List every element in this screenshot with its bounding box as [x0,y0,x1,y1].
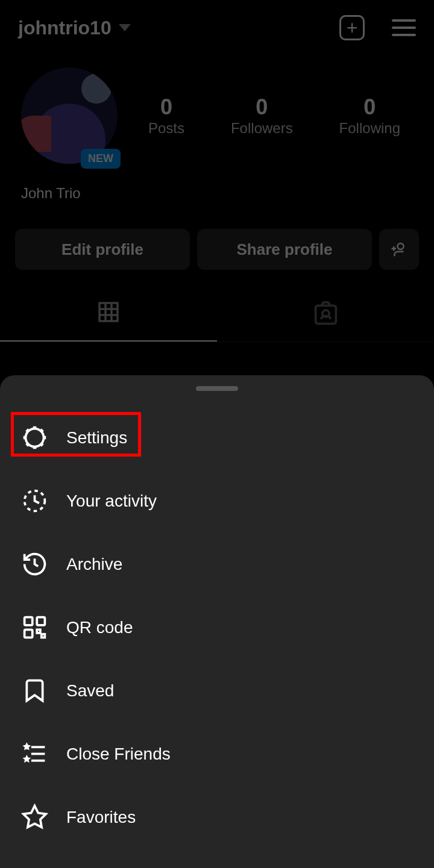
svg-rect-17 [42,634,45,638]
profile-background: johntrio10 + NEW 0 Po [0,0,434,342]
posts-count: 0 [148,95,184,120]
archive-icon [21,551,48,578]
menu-item-activity[interactable]: Your activity [0,469,434,532]
following-count: 0 [339,95,400,120]
menu-item-favorites[interactable]: Favorites [0,785,434,849]
plus-icon: + [347,17,358,39]
svg-rect-16 [37,629,40,633]
username-text: johntrio10 [18,17,112,39]
menu-label: Archive [66,555,122,574]
tab-grid[interactable] [0,288,217,342]
menu-item-qrcode[interactable]: QR code [0,596,434,659]
profile-header: johntrio10 + [0,0,434,55]
highlight-annotation [11,412,141,457]
bookmark-icon [21,677,48,704]
activity-icon [21,487,48,514]
svg-marker-21 [24,806,46,828]
svg-rect-3 [99,303,118,321]
add-friend-button[interactable] [379,229,419,270]
profile-tabs [0,288,434,342]
stat-followers[interactable]: 0 Followers [231,95,293,137]
share-profile-button[interactable]: Share profile [197,229,372,270]
username-dropdown[interactable]: johntrio10 [18,17,131,39]
tab-tagged[interactable] [217,288,434,342]
menu-label: Favorites [66,808,136,827]
star-icon [21,804,48,831]
stat-posts[interactable]: 0 Posts [148,95,184,137]
menu-item-saved[interactable]: Saved [0,659,434,722]
grid-icon [96,300,121,324]
add-person-icon [390,240,408,259]
svg-rect-15 [25,629,33,637]
posts-label: Posts [148,120,184,137]
profile-actions: Edit profile Share profile [0,211,434,288]
menu-label: QR code [66,618,133,637]
qrcode-icon [21,614,48,641]
create-button[interactable]: + [339,15,365,40]
svg-point-0 [398,243,404,249]
menu-item-covid[interactable]: COVID-19 Information Center [0,849,434,868]
menu-label: Your activity [66,492,157,511]
menu-list: Settings Your activity Archive [0,406,434,868]
new-badge: NEW [81,149,121,169]
hamburger-menu-button[interactable] [392,19,416,36]
menu-item-close-friends[interactable]: Close Friends [0,722,434,785]
header-actions: + [339,15,416,40]
menu-label: Saved [66,681,114,701]
followers-count: 0 [231,95,293,120]
chevron-down-icon [119,24,131,31]
menu-item-archive[interactable]: Archive [0,532,434,596]
display-name: John Trio [0,176,434,211]
menu-label: Close Friends [66,745,171,764]
svg-rect-13 [25,617,33,625]
profile-stats: 0 Posts 0 Followers 0 Following [136,95,413,137]
following-label: Following [339,120,400,137]
followers-label: Followers [231,120,293,137]
avatar-container[interactable]: NEW [21,67,118,164]
stat-following[interactable]: 0 Following [339,95,400,137]
sheet-handle[interactable] [196,386,238,391]
svg-rect-14 [37,617,45,625]
tagged-icon [312,300,339,327]
list-star-icon [21,740,48,767]
edit-profile-button[interactable]: Edit profile [15,229,190,270]
profile-info: NEW 0 Posts 0 Followers 0 Following [0,55,434,176]
